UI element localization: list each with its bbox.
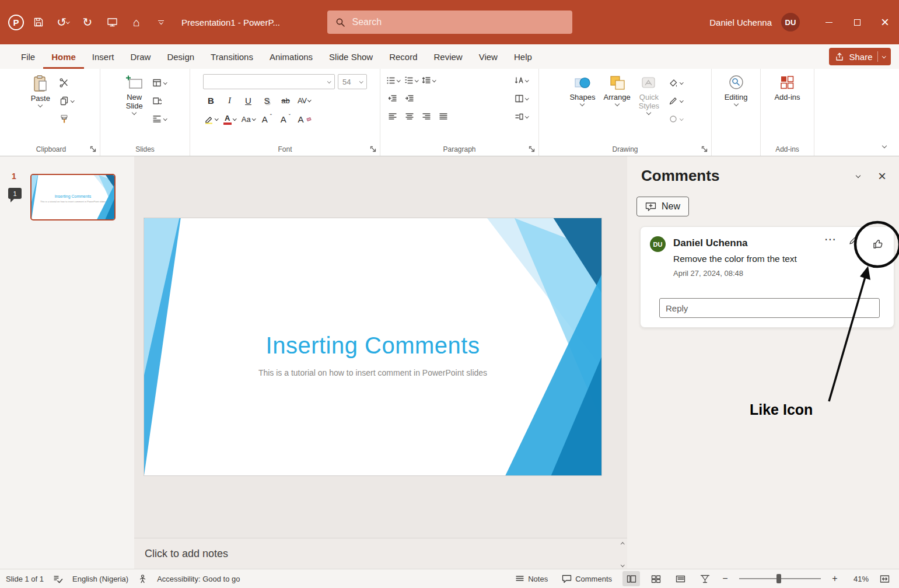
user-avatar[interactable]: DU: [781, 13, 800, 32]
normal-view-button[interactable]: [622, 571, 640, 586]
share-button[interactable]: Share: [829, 48, 891, 65]
comments-collapse-icon[interactable]: [850, 175, 866, 177]
increase-indent-button[interactable]: [403, 92, 416, 105]
tab-draw[interactable]: Draw: [122, 44, 159, 69]
zoom-in-button[interactable]: +: [830, 573, 839, 584]
user-name[interactable]: Daniel Uchenna: [709, 18, 772, 27]
search-input[interactable]: [352, 17, 564, 27]
maximize-button[interactable]: [843, 0, 871, 44]
language-status[interactable]: English (Nigeria): [72, 575, 128, 583]
justify-button[interactable]: [437, 110, 450, 123]
quick-access-toolbar-options-icon[interactable]: [151, 12, 171, 32]
font-color-button[interactable]: A: [222, 112, 237, 127]
search-box[interactable]: [327, 10, 572, 34]
notes-placeholder[interactable]: Click to add notes: [145, 548, 228, 560]
redo-icon[interactable]: ↻: [78, 12, 97, 32]
tab-design[interactable]: Design: [159, 44, 202, 69]
character-spacing-button[interactable]: AV: [296, 93, 312, 108]
comment-edit-icon[interactable]: [848, 235, 859, 248]
align-left-button[interactable]: [386, 110, 399, 123]
slide-sorter-view-button[interactable]: [647, 571, 664, 586]
comments-close-icon[interactable]: ×: [866, 168, 886, 184]
comments-toggle-button[interactable]: Comments: [558, 571, 615, 586]
text-shadow-button[interactable]: S: [259, 93, 275, 108]
tab-slide-show[interactable]: Slide Show: [321, 44, 381, 69]
slide-subtitle[interactable]: This is a tutorial on how to insert comm…: [258, 368, 487, 377]
tab-animations[interactable]: Animations: [261, 44, 321, 69]
slide-comment-badge[interactable]: 1: [8, 188, 22, 199]
zoom-out-button[interactable]: −: [720, 573, 730, 584]
addins-button[interactable]: Add-ins: [770, 74, 804, 142]
start-slideshow-icon[interactable]: [102, 12, 122, 32]
underline-button[interactable]: U: [240, 93, 256, 108]
slide-canvas[interactable]: Inserting Comments This is a tutorial on…: [144, 218, 602, 476]
minimize-button[interactable]: [815, 0, 843, 44]
decrease-font-size-button[interactable]: Aˇ: [278, 112, 293, 127]
shape-outline-button[interactable]: [667, 94, 685, 107]
slide-layout-button[interactable]: [151, 76, 169, 89]
reset-slide-button[interactable]: [151, 94, 169, 107]
add-remove-columns-button[interactable]: [515, 92, 529, 105]
italic-button[interactable]: I: [222, 93, 237, 108]
zoom-slider-thumb[interactable]: [776, 574, 781, 583]
spell-check-icon[interactable]: [53, 574, 63, 584]
cut-button[interactable]: [58, 76, 76, 89]
drawing-dialog-launcher[interactable]: [700, 145, 708, 153]
align-right-button[interactable]: [420, 110, 433, 123]
comment-reply-input[interactable]: [659, 298, 880, 318]
tab-view[interactable]: View: [471, 44, 506, 69]
tab-record[interactable]: Record: [381, 44, 425, 69]
notes-pane[interactable]: Click to add notes: [134, 538, 627, 569]
numbering-button[interactable]: [404, 74, 418, 87]
tab-home[interactable]: Home: [43, 44, 84, 69]
slide-show-view-button[interactable]: [696, 571, 713, 586]
quick-styles-button[interactable]: Quick Styles: [635, 74, 663, 116]
text-direction-button[interactable]: [515, 74, 529, 87]
powerpoint-logo-icon[interactable]: P: [8, 15, 24, 30]
font-size-select[interactable]: 54: [338, 74, 367, 89]
scroll-down-icon[interactable]: [621, 563, 624, 566]
tab-review[interactable]: Review: [426, 44, 471, 69]
copy-button[interactable]: [58, 94, 76, 107]
section-button[interactable]: [151, 113, 169, 125]
editing-button[interactable]: Editing: [720, 74, 752, 142]
decrease-indent-button[interactable]: [386, 92, 399, 105]
bold-button[interactable]: B: [203, 93, 219, 108]
close-button[interactable]: ×: [871, 0, 899, 44]
clear-formatting-button[interactable]: A: [296, 112, 312, 127]
accessibility-status[interactable]: Accessibility: Good to go: [157, 575, 240, 583]
change-case-button[interactable]: Aa: [240, 112, 256, 127]
strikethrough-button[interactable]: ab: [278, 93, 293, 108]
fit-slide-to-window-button[interactable]: [876, 571, 893, 586]
comment-more-options-icon[interactable]: ⋯: [824, 232, 837, 246]
scroll-up-icon[interactable]: [621, 542, 624, 546]
shape-fill-button[interactable]: [667, 76, 685, 89]
align-center-button[interactable]: [403, 110, 416, 123]
bullets-button[interactable]: [386, 74, 400, 87]
share-chevron-icon[interactable]: [882, 54, 886, 58]
convert-to-smartart-button[interactable]: [515, 110, 529, 123]
new-slide-button[interactable]: New Slide: [121, 74, 147, 142]
home-icon[interactable]: ⌂: [127, 12, 146, 32]
tab-insert[interactable]: Insert: [84, 44, 123, 69]
slide-title[interactable]: Inserting Comments: [266, 332, 480, 359]
slide-thumbnail[interactable]: Inserting Comments This is a tutorial on…: [30, 174, 116, 220]
highlight-color-button[interactable]: [203, 112, 219, 127]
reading-view-button[interactable]: [671, 571, 689, 586]
font-name-select[interactable]: [203, 74, 335, 89]
notes-scrollbar[interactable]: [621, 541, 624, 566]
shape-effects-button[interactable]: [667, 113, 685, 125]
comment-like-icon[interactable]: [872, 237, 884, 253]
zoom-slider[interactable]: [739, 578, 821, 579]
tab-transitions[interactable]: Transitions: [202, 44, 261, 69]
collapse-ribbon-icon[interactable]: [878, 142, 891, 151]
arrange-button[interactable]: Arrange: [599, 74, 634, 107]
tab-file[interactable]: File: [13, 44, 43, 69]
notes-toggle-button[interactable]: Notes: [512, 571, 551, 586]
tab-help[interactable]: Help: [506, 44, 540, 69]
clipboard-dialog-launcher[interactable]: [89, 145, 97, 153]
zoom-percentage[interactable]: 41%: [846, 575, 869, 583]
undo-icon[interactable]: ↺: [53, 12, 73, 32]
shapes-button[interactable]: Shapes: [565, 74, 599, 107]
paragraph-dialog-launcher[interactable]: [527, 145, 536, 153]
